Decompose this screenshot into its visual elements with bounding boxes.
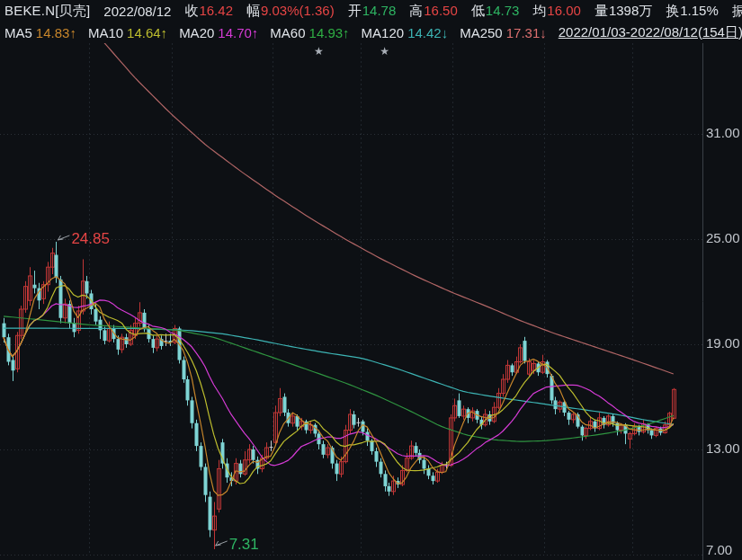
ma250-legend: MA25017.31↓: [460, 25, 547, 40]
ma60-legend: MA6014.93↑: [270, 25, 349, 40]
field-avg: 均16.00: [532, 3, 581, 20]
field-close: 收16.42: [184, 3, 233, 20]
field-open: 开14.78: [348, 3, 397, 20]
field-volume: 量1398万: [594, 3, 652, 20]
field-low: 低14.73: [471, 3, 520, 20]
field-high: 高16.50: [409, 3, 458, 20]
field-change: 幅9.03%(1.36): [246, 3, 335, 20]
symbol-name: BEKE.N[贝壳]: [4, 3, 90, 20]
ma5-legend: MA514.83↑: [4, 25, 76, 40]
date-range-label[interactable]: 2022/01/03-2022/08/12(154日): [559, 24, 742, 41]
date-range-selector[interactable]: 2022/01/03-2022/08/12(154日) ▼: [559, 24, 742, 41]
stock-chart-window: BEKE.N[贝壳] 2022/08/12 收16.42 幅9.03%(1.36…: [0, 0, 742, 560]
ma-bar: MA514.83↑ MA1014.64↑ MA2014.70↑ MA6014.9…: [0, 22, 742, 43]
ma120-legend: MA12014.42↓: [362, 25, 449, 40]
quote-date: 2022/08/12: [103, 4, 171, 19]
ma20-legend: MA2014.70↑: [179, 25, 258, 40]
candlestick-chart[interactable]: [0, 0, 742, 560]
info-bar: BEKE.N[贝壳] 2022/08/12 收16.42 幅9.03%(1.36…: [0, 0, 742, 22]
field-amplitude: 振..: [732, 3, 742, 20]
ma10-legend: MA1014.64↑: [88, 25, 167, 40]
field-turnover: 换1.15%: [666, 3, 719, 20]
